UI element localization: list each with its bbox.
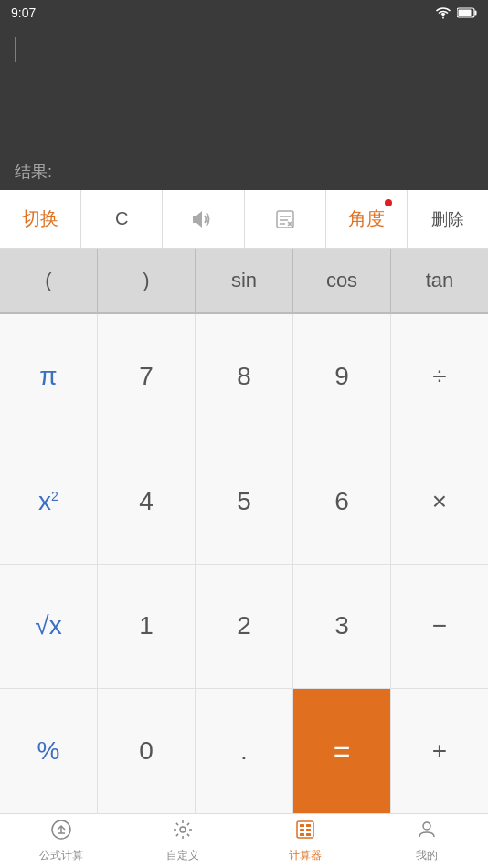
- svg-rect-15: [300, 833, 304, 836]
- svg-rect-11: [300, 824, 304, 827]
- delete-button[interactable]: 删除: [408, 190, 488, 248]
- svg-rect-16: [306, 833, 311, 836]
- sin-button[interactable]: sin: [196, 249, 293, 312]
- 7-button[interactable]: 7: [98, 314, 196, 439]
- wifi-icon: [435, 6, 451, 19]
- open-paren-button[interactable]: (: [0, 249, 98, 312]
- calc-row-4: % 0 . = +: [0, 689, 488, 813]
- 4-button[interactable]: 4: [98, 439, 196, 564]
- svg-rect-14: [306, 829, 311, 831]
- svg-rect-10: [297, 821, 313, 838]
- nav-calculator-label: 计算器: [289, 848, 322, 863]
- tan-button[interactable]: tan: [391, 249, 488, 312]
- nav-formula-calc[interactable]: 公式计算: [0, 814, 122, 868]
- calc-row-3: √x 1 2 3 −: [0, 565, 488, 690]
- toolbar: 切换 C 角度 删除: [0, 190, 488, 249]
- percent-button[interactable]: %: [0, 689, 98, 813]
- 5-button[interactable]: 5: [196, 439, 293, 564]
- bottom-nav: 公式计算 自定义 计算器: [0, 813, 488, 868]
- add-button[interactable]: +: [391, 689, 488, 813]
- clear-button[interactable]: C: [81, 190, 163, 248]
- display-area: 结果:: [0, 26, 488, 190]
- red-dot: [385, 199, 392, 206]
- close-paren-button[interactable]: ): [98, 249, 196, 312]
- nav-custom-label: 自定义: [166, 848, 199, 863]
- angle-button[interactable]: 角度: [326, 190, 408, 248]
- dot-button[interactable]: .: [196, 689, 293, 813]
- svg-rect-2: [459, 10, 472, 16]
- svg-point-9: [180, 827, 186, 832]
- profile-icon: [416, 819, 438, 846]
- divide-button[interactable]: ÷: [391, 314, 488, 439]
- pi-button[interactable]: π: [0, 314, 98, 439]
- calc-row-2: x2 4 5 6 ×: [0, 439, 488, 565]
- 8-button[interactable]: 8: [196, 314, 293, 439]
- battery-icon: [457, 7, 477, 18]
- equals-button[interactable]: =: [293, 689, 391, 813]
- sound-button[interactable]: [163, 190, 244, 248]
- nav-profile[interactable]: 我的: [366, 814, 489, 868]
- 3-button[interactable]: 3: [293, 565, 391, 689]
- sound-icon: [192, 210, 214, 228]
- square-button[interactable]: x2: [0, 439, 98, 564]
- switch-button[interactable]: 切换: [0, 190, 81, 248]
- custom-icon: [172, 819, 194, 846]
- 2-button[interactable]: 2: [196, 565, 293, 689]
- 0-button[interactable]: 0: [98, 689, 196, 813]
- 9-button[interactable]: 9: [293, 314, 391, 439]
- nav-custom[interactable]: 自定义: [122, 814, 245, 868]
- formula-button[interactable]: [245, 190, 326, 248]
- svg-marker-3: [193, 211, 202, 228]
- multiply-button[interactable]: ×: [391, 439, 488, 564]
- cursor: [15, 37, 16, 62]
- status-bar: 9:07: [0, 0, 488, 26]
- calc-grid: π 7 8 9 ÷ x2 4 5 6 × √: [0, 314, 488, 813]
- 6-button[interactable]: 6: [293, 439, 391, 564]
- time-label: 9:07: [11, 5, 36, 20]
- nav-formula-calc-label: 公式计算: [39, 848, 83, 863]
- subtract-button[interactable]: −: [391, 565, 488, 689]
- nav-profile-label: 我的: [416, 848, 438, 863]
- svg-rect-13: [300, 829, 304, 831]
- trig-row: ( ) sin cos tan: [0, 249, 488, 314]
- cos-button[interactable]: cos: [293, 249, 391, 312]
- status-icons: [435, 6, 477, 19]
- calculator-icon: [294, 819, 316, 846]
- 1-button[interactable]: 1: [98, 565, 196, 689]
- svg-rect-1: [475, 11, 477, 16]
- result-label: 结果:: [15, 161, 473, 183]
- svg-rect-12: [306, 824, 311, 827]
- formula-icon: [275, 209, 295, 229]
- calc-row-1: π 7 8 9 ÷: [0, 314, 488, 439]
- svg-point-17: [423, 822, 430, 830]
- formula-calc-icon: [50, 819, 72, 846]
- sqrt-button[interactable]: √x: [0, 565, 98, 689]
- nav-calculator[interactable]: 计算器: [244, 814, 366, 868]
